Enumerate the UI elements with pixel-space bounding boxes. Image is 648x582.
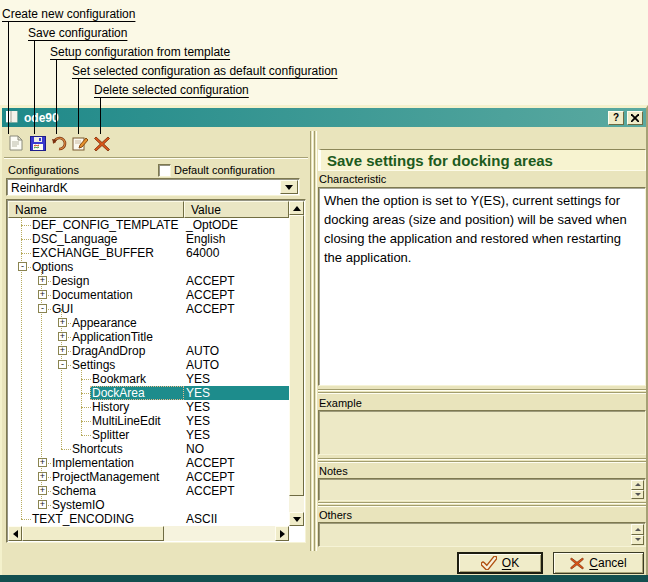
vertical-scrollbar[interactable] (289, 201, 304, 526)
tree-item-value: AUTO (186, 358, 219, 372)
tree-item-name: Documentation (52, 288, 133, 302)
titlebar[interactable]: ode90 ? (2, 108, 646, 127)
collapse-icon[interactable]: - (58, 360, 67, 369)
tree-item-name: DSC_Language (32, 232, 117, 246)
tree-guide-stub (21, 225, 31, 226)
scroll-down-button[interactable] (289, 512, 304, 526)
horizontal-splitter[interactable] (318, 389, 646, 395)
tree-item-name: Splitter (92, 428, 129, 442)
collapse-icon[interactable]: - (38, 304, 47, 313)
spin-up-button[interactable] (631, 524, 644, 535)
expand-icon[interactable]: + (58, 346, 67, 355)
tree-item-name: History (92, 400, 129, 414)
tree-row[interactable]: -Options (8, 260, 289, 274)
tree-item-value: YES (186, 386, 210, 400)
spin-down-button[interactable] (631, 490, 644, 500)
ok-button[interactable]: OK (457, 552, 543, 574)
horizontal-splitter[interactable] (318, 502, 646, 508)
notes-label: Notes (319, 465, 348, 477)
tree-item-name: Bookmark (92, 372, 146, 386)
tree-row[interactable]: +DesignACCEPT (8, 274, 289, 288)
expand-icon[interactable]: + (38, 276, 47, 285)
help-glyph: ? (613, 113, 619, 123)
tree-row[interactable]: DockAreaYES (8, 386, 289, 400)
arrow-up-icon (293, 206, 301, 211)
tree-row[interactable]: MultiLineEditYES (8, 414, 289, 428)
tree-row[interactable]: DEF_CONFIG_TEMPLATE_OptODE (8, 218, 289, 232)
expand-icon[interactable]: + (58, 332, 67, 341)
annotation-set-default-configuration: Set selected configuration as default co… (72, 64, 338, 78)
scroll-right-button[interactable] (275, 526, 289, 541)
tree-row[interactable]: +SchemaACCEPT (8, 484, 289, 498)
save-configuration-button[interactable] (29, 134, 47, 152)
tree-row[interactable]: +ImplementationACCEPT (8, 456, 289, 470)
notes-text-box[interactable] (318, 478, 646, 501)
horizontal-scrollbar[interactable] (8, 526, 289, 541)
cancel-x-icon (570, 557, 584, 570)
splitter-groove (310, 131, 313, 551)
set-default-configuration-button[interactable] (71, 134, 89, 152)
configuration-combobox[interactable]: ReinhardK (6, 178, 300, 196)
ok-button-label: OK (502, 556, 519, 570)
expand-icon[interactable]: + (58, 318, 67, 327)
tree-item-value: English (186, 232, 225, 246)
tree-row[interactable]: ShortcutsNO (8, 442, 289, 456)
tree-item-value: ACCEPT (186, 470, 235, 484)
tree-row[interactable]: -GUIACCEPT (8, 302, 289, 316)
tree-row[interactable]: +ApplicationTitle (8, 330, 289, 344)
column-header-value[interactable]: Value (184, 201, 289, 218)
tree-row[interactable]: BookmarkYES (8, 372, 289, 386)
tree-guide-stub (81, 379, 91, 380)
spin-up-button[interactable] (631, 480, 644, 490)
collapse-icon[interactable]: - (18, 262, 27, 271)
splitter-groove (318, 389, 646, 391)
setup-configuration-from-template-button[interactable] (50, 134, 68, 152)
delete-configuration-button[interactable] (93, 134, 111, 152)
tree-row[interactable]: +ProjectManagementACCEPT (8, 470, 289, 484)
arrow-left-icon (13, 530, 18, 538)
combobox-dropdown-button[interactable] (280, 180, 298, 194)
configuration-dialog-window: ode90 ? (0, 105, 648, 575)
characteristic-text-box[interactable]: When the option is set to Y(ES), current… (318, 187, 646, 386)
column-header-name[interactable]: Name (8, 201, 184, 218)
expand-icon[interactable]: + (38, 500, 47, 509)
horizontal-splitter[interactable] (318, 458, 646, 464)
cancel-button[interactable]: Cancel (553, 552, 644, 574)
default-configuration-checkbox[interactable] (158, 164, 171, 177)
expand-icon[interactable]: + (38, 458, 47, 467)
arrow-right-icon (280, 530, 285, 538)
expand-icon[interactable]: + (38, 486, 47, 495)
help-button[interactable]: ? (608, 111, 624, 125)
tree-row[interactable]: SplitterYES (8, 428, 289, 442)
tree-item-name: DockArea (92, 386, 145, 400)
tree-row[interactable]: HistoryYES (8, 400, 289, 414)
tree-row[interactable]: -SettingsAUTO (8, 358, 289, 372)
delete-config-icon (94, 136, 110, 151)
create-new-configuration-button[interactable] (7, 134, 25, 152)
tree-item-value: AUTO (186, 344, 219, 358)
scroll-up-button[interactable] (289, 201, 304, 215)
tree-guide-stub (21, 239, 31, 240)
arrow-down-icon (635, 493, 641, 496)
expand-icon[interactable]: + (38, 290, 47, 299)
tree-row[interactable]: TEXT_ENCODINGASCII (8, 512, 289, 526)
others-text-box[interactable] (318, 522, 646, 547)
spin-down-button[interactable] (631, 535, 644, 546)
horizontal-scrollbar-thumb[interactable] (22, 526, 164, 541)
tree-row[interactable]: +Appearance (8, 316, 289, 330)
example-text-box[interactable] (318, 410, 646, 455)
annotation-connector-line (34, 41, 35, 134)
tree-row[interactable]: DSC_LanguageEnglish (8, 232, 289, 246)
scroll-left-button[interactable] (8, 526, 22, 541)
topic-title: Save settings for docking areas (321, 150, 645, 169)
tree-row[interactable]: +SystemIO (8, 498, 289, 512)
tree-guide-stub (81, 407, 91, 408)
tree-row[interactable]: EXCHANGE_BUFFER64000 (8, 246, 289, 260)
expand-icon[interactable]: + (38, 472, 47, 481)
tree-row[interactable]: +DragAndDropAUTO (8, 344, 289, 358)
close-button[interactable] (627, 111, 643, 125)
vertical-splitter[interactable] (308, 131, 318, 551)
tree-guide-stub (81, 421, 91, 422)
tree-row[interactable]: +DocumentationACCEPT (8, 288, 289, 302)
vertical-scrollbar-thumb[interactable] (289, 215, 304, 496)
